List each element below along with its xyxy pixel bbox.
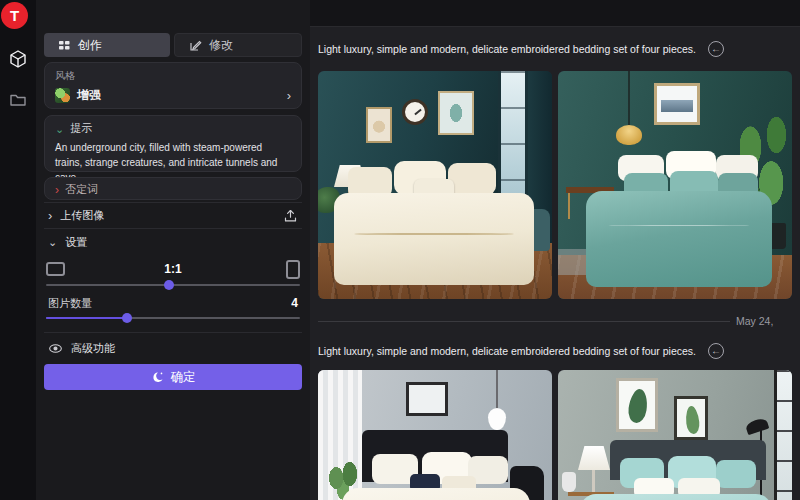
left-rail: T [0,0,36,500]
circled-left-arrow-icon: ← [711,346,721,356]
generation-caption-text: Light luxury, simple and modern, delicat… [318,43,696,55]
generation-caption-text: Light luxury, simple and modern, delicat… [318,345,696,357]
wall-art [654,83,700,125]
chevron-down-icon: ⌄ [48,238,57,246]
mode-tabs: 创作 修改 [44,33,302,57]
circled-left-arrow-icon: ← [711,44,721,54]
window [774,370,792,500]
settings-header[interactable]: ⌄ 设置 [44,231,302,253]
slider-thumb[interactable] [164,280,174,290]
pillow [448,163,496,195]
negative-words-header[interactable]: › 否定词 [55,182,291,197]
generated-image-1[interactable] [318,71,552,299]
reuse-prompt-button[interactable]: ← [708,343,724,359]
lamp-stem [592,470,595,492]
style-thumbnail [55,88,70,103]
upload-image-label: 上传图像 [60,208,104,223]
confirm-button-label: 确定 [171,369,196,386]
style-label: 风格 [55,69,291,83]
rail-item-files[interactable] [0,86,36,112]
generation-group-2-caption: Light luxury, simple and modern, delicat… [318,343,792,359]
image-count-label: 图片数量 [48,296,291,311]
confirm-button[interactable]: 确定 [44,364,302,390]
bed-duvet [334,193,534,285]
slider-thumb[interactable] [122,313,132,323]
generated-image-2[interactable] [558,71,792,299]
tab-modify[interactable]: 修改 [174,33,302,57]
portrait-ratio-icon[interactable] [286,260,300,279]
wall-art [438,91,474,135]
results-feed: Light luxury, simple and modern, delicat… [310,0,800,500]
bed-duvet [586,191,772,287]
image-count-slider[interactable] [46,312,300,324]
wall-art [674,396,708,440]
generated-image-4[interactable] [558,370,792,500]
pendant-cord [496,370,498,410]
chevron-right-icon: › [287,89,291,102]
moon-sparkle-icon [151,371,164,384]
prompt-card[interactable]: ⌄ 提示 An underground city, filled with st… [44,115,302,172]
eye-icon [48,342,63,355]
generation-panel: 创作 修改 风格 增强 › ⌄ 提示 An underground city, … [36,0,310,500]
vase [562,472,576,492]
feed-top-bar [310,0,800,27]
prompt-header[interactable]: ⌄ 提示 [55,121,291,136]
style-selected-value: 增强 [77,87,280,104]
grid-icon [58,39,71,52]
pendant-cord [628,71,630,127]
bed-duvet [580,494,772,500]
advanced-features-row[interactable]: 高级功能 [44,337,302,359]
reuse-prompt-button[interactable]: ← [708,41,724,57]
image-count-value: 4 [291,296,298,311]
upload-icon[interactable] [283,208,298,223]
wall-art [616,378,658,432]
generation-group-1-caption: Light luxury, simple and modern, delicat… [318,41,792,57]
divider [44,228,302,229]
prompt-label: 提示 [70,121,92,136]
chevron-right-icon: › [55,184,59,196]
pillow [716,460,756,488]
rail-item-generate[interactable] [0,46,36,72]
cube-icon [8,49,28,69]
divider [44,202,302,203]
settings-label: 设置 [65,235,87,250]
aspect-ratio-slider[interactable] [46,279,300,291]
style-card[interactable]: 风格 增强 › [44,62,302,109]
style-selected-row[interactable]: 增强 › [55,87,291,104]
wall-clock [402,99,428,125]
divider [44,332,302,333]
tab-create-label: 创作 [78,37,102,54]
bed-duvet [342,488,530,500]
date-label: May 24, [736,315,773,327]
chevron-right-icon: › [48,209,52,222]
tab-modify-label: 修改 [209,37,233,54]
chevron-down-icon: ⌄ [55,125,64,133]
slider-fill [46,317,126,319]
folder-icon [9,91,27,107]
tab-create[interactable]: 创作 [44,33,170,57]
wall-art [406,382,448,416]
generated-image-3[interactable] [318,370,552,500]
image-count-row: 图片数量 4 [48,296,298,311]
aspect-ratio-value: 1:1 [44,262,302,276]
negative-words-card[interactable]: › 否定词 [44,177,302,200]
negative-words-label: 否定词 [65,182,98,197]
date-divider-line [318,321,730,322]
edit-pencil-icon [189,39,202,52]
app-logo[interactable]: T [1,2,28,29]
upload-image-row[interactable]: › 上传图像 [44,204,302,226]
advanced-features-label: 高级功能 [71,341,115,356]
pendant-lamp [616,125,642,145]
wall-art [366,107,392,143]
logo-letter: T [10,7,19,24]
